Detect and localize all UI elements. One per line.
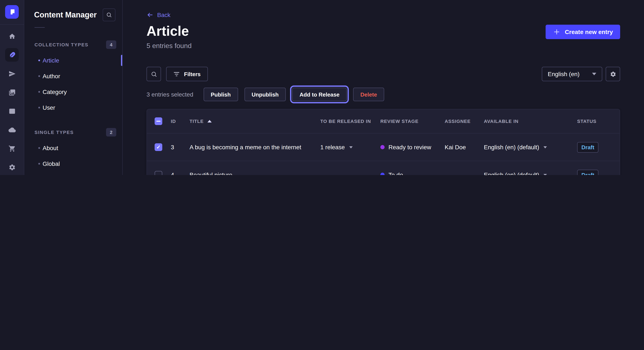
entry-title: A bug is becoming a meme on the internet	[190, 144, 301, 151]
media-library-icon[interactable]	[0, 83, 24, 102]
content-type-builder-icon[interactable]	[0, 102, 24, 120]
locale-caret-icon	[544, 174, 547, 175]
sidebar-item-label: Author	[42, 72, 60, 79]
cell-id: 3	[171, 144, 190, 151]
locale-caret-icon	[544, 146, 547, 148]
strapi-logo-glyph	[8, 8, 16, 16]
cell-assignee: -	[445, 172, 484, 175]
sort-ascending-icon	[208, 120, 212, 123]
section-count-badge: 2	[106, 128, 116, 137]
locale-label: English (en) (default)	[484, 172, 539, 175]
section-count-badge: 4	[106, 40, 116, 49]
create-new-entry-button[interactable]: Create new entry	[546, 25, 620, 39]
stage-dot	[380, 145, 384, 149]
status-badge: Draft	[577, 142, 599, 153]
cloud-icon[interactable]	[0, 120, 24, 139]
content-manager-subnav: Content Manager COLLECTION TYPES 4 Artic…	[25, 0, 123, 175]
sidebar-item-label: Category	[42, 88, 67, 95]
col-header-title[interactable]: TITLE	[190, 119, 320, 124]
home-icon[interactable]	[0, 27, 24, 45]
filters-button[interactable]: Filters	[166, 67, 208, 81]
search-icon	[106, 12, 112, 18]
row-checkbox[interactable]	[154, 171, 162, 175]
cell-stage: Ready to review	[380, 144, 445, 151]
cell-released[interactable]: 1 release	[320, 144, 380, 151]
entry-title: Beautiful picture	[190, 172, 232, 175]
table-header-row: ID TITLE TO BE RELEASED IN REVIEW STAGE …	[147, 109, 620, 133]
sidebar-item-global[interactable]: Global	[25, 156, 122, 172]
cell-released[interactable]: -	[320, 172, 380, 175]
arrow-left-icon	[146, 11, 153, 18]
cell-title: Beautiful picture	[190, 172, 320, 175]
col-header-assignee[interactable]: ASSIGNEE	[445, 119, 484, 124]
col-header-available[interactable]: AVAILABLE IN	[484, 119, 577, 124]
sidebar-item-category[interactable]: Category	[25, 84, 122, 100]
cell-status: Draft	[577, 142, 620, 153]
release-caret-icon	[349, 146, 352, 148]
col-header-title-label: TITLE	[190, 119, 204, 124]
app-root: KD Content Manager COLLECTION TYPES 4 Ar…	[0, 0, 644, 175]
cell-stage: To do	[380, 172, 445, 175]
cell-status: Draft	[577, 170, 620, 175]
toolbar-left: Filters	[146, 67, 208, 81]
sidebar-item-label: Article	[42, 57, 59, 64]
selection-bar: 3 entries selected Publish Unpublish Add…	[146, 88, 384, 101]
back-link[interactable]: Back	[146, 11, 170, 18]
cell-title: A bug is becoming a meme on the internet	[190, 144, 320, 151]
sidebar-item-label: About	[42, 144, 58, 151]
stage-label: To do	[388, 172, 403, 175]
stage-dot	[380, 173, 384, 175]
cell-available[interactable]: English (en) (default)	[484, 172, 577, 175]
view-settings-button[interactable]	[606, 67, 620, 81]
entries-count: 5 entries found	[146, 42, 192, 50]
page-title: Article	[146, 23, 189, 39]
main-content: Back Article 5 entries found Create new …	[123, 0, 644, 175]
add-to-release-button[interactable]: Add to Release	[292, 88, 347, 101]
subnav-title: Content Manager	[34, 10, 97, 19]
delete-button[interactable]: Delete	[353, 88, 384, 101]
section-label: SINGLE TYPES	[34, 130, 74, 135]
sidebar-item-article[interactable]: Article	[25, 52, 122, 68]
gear-icon	[610, 71, 616, 77]
stage-label: Ready to review	[388, 144, 431, 151]
rail-icons	[0, 27, 24, 175]
col-header-id[interactable]: ID	[171, 119, 190, 124]
sidebar-item-about[interactable]: About	[25, 140, 122, 156]
locale-select[interactable]: English (en)	[542, 67, 602, 81]
cell-available[interactable]: English (en) (default)	[484, 144, 577, 151]
cell-assignee: Kai Doe	[445, 144, 484, 151]
locale-value: English (en)	[548, 71, 580, 77]
release-value: -	[320, 172, 322, 175]
collection-types-section: COLLECTION TYPES 4 Article Author Catego…	[25, 40, 122, 115]
col-header-released[interactable]: TO BE RELEASED IN	[320, 119, 380, 124]
col-header-stage[interactable]: REVIEW STAGE	[380, 119, 445, 124]
search-icon	[150, 71, 157, 77]
selection-count-label: 3 entries selected	[146, 91, 193, 98]
settings-icon[interactable]	[0, 158, 24, 175]
subnav-search-button[interactable]	[103, 8, 116, 21]
select-all-checkbox[interactable]	[154, 117, 162, 125]
unpublish-button[interactable]: Unpublish	[244, 88, 286, 101]
sidebar-item-label: Global	[42, 160, 60, 167]
rail-divider	[0, 24, 24, 25]
content-manager-icon[interactable]	[0, 45, 24, 64]
back-label: Back	[157, 11, 170, 18]
strapi-logo[interactable]	[5, 5, 19, 19]
subnav-divider	[34, 27, 45, 28]
table-row[interactable]: 4 Beautiful picture - To do - English (e…	[147, 161, 620, 175]
sidebar-item-user[interactable]: User	[25, 100, 122, 115]
col-header-status[interactable]: STATUS	[577, 119, 620, 124]
cell-id: 4	[171, 172, 190, 175]
main-nav-rail: KD	[0, 0, 24, 175]
release-value: 1 release	[320, 144, 345, 151]
locale-label: English (en) (default)	[484, 144, 539, 151]
toolbar-right: English (en)	[542, 67, 620, 81]
sidebar-item-author[interactable]: Author	[25, 68, 122, 84]
entries-table: ID TITLE TO BE RELEASED IN REVIEW STAGE …	[146, 109, 620, 175]
publish-button[interactable]: Publish	[204, 88, 238, 101]
table-row[interactable]: 3 A bug is becoming a meme on the intern…	[147, 133, 620, 161]
table-search-button[interactable]	[146, 67, 161, 81]
releases-icon[interactable]	[0, 64, 24, 83]
row-checkbox[interactable]	[154, 143, 162, 151]
marketplace-icon[interactable]	[0, 139, 24, 158]
